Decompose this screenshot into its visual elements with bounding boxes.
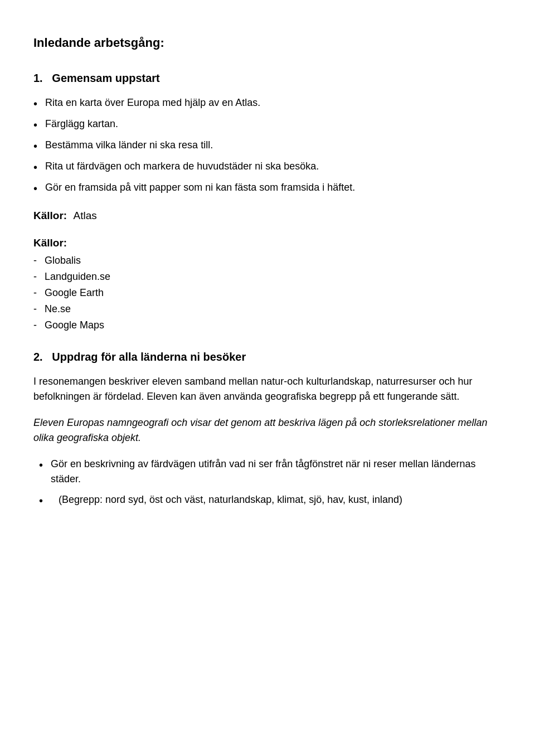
section-2-heading: 2. Uppdrag för alla länderna ni besöker (33, 348, 502, 365)
sources-label: Källor: (33, 235, 502, 251)
sources-inline-label: Källor: (33, 210, 70, 221)
atlas-label: Atlas (73, 210, 96, 221)
list-item: Rita ut färdvägen och markera de huvudst… (33, 159, 502, 176)
list-item: Gör en beskrivning av färdvägen utifrån … (39, 457, 502, 487)
section-heading: Inledande arbetsgång: (33, 33, 502, 52)
list-item: Bestämma vilka länder ni ska resa till. (33, 138, 502, 154)
section-2: 2. Uppdrag för alla länderna ni besöker … (33, 348, 502, 513)
section-1: 1. Gemensam uppstart Rita en karta över … (33, 70, 502, 333)
source-item: Landguiden.se (33, 269, 502, 284)
list-item: (Begrepp: nord syd, öst och väst, naturl… (39, 492, 502, 513)
section-2-body-para: I resonemangen beskriver eleven samband … (33, 374, 502, 404)
sources-section: Källor: Globalis Landguiden.se Google Ea… (33, 235, 502, 333)
page-container: Inledande arbetsgång: 1. Gemensam uppsta… (33, 33, 502, 513)
section-2-bullet-list: Gör en beskrivning av färdvägen utifrån … (33, 457, 502, 513)
list-item: Färglägg kartan. (33, 117, 502, 133)
sources-inline-row: Källor: Atlas (33, 208, 502, 224)
sources-list: Globalis Landguiden.se Google Earth Ne.s… (33, 253, 502, 333)
section-1-bullet-list: Rita en karta över Europa med hjälp av e… (33, 95, 502, 197)
source-item: Google Earth (33, 285, 502, 301)
list-item: Rita en karta över Europa med hjälp av e… (33, 95, 502, 112)
section-1-heading: 1. Gemensam uppstart (33, 70, 502, 86)
section-2-italic-para: Eleven Europas namngeografi och visar de… (33, 415, 502, 445)
source-item: Ne.se (33, 302, 502, 317)
source-item: Globalis (33, 253, 502, 268)
source-item: Google Maps (33, 318, 502, 333)
list-item: Gör en framsida på vitt papper som ni ka… (33, 180, 502, 197)
